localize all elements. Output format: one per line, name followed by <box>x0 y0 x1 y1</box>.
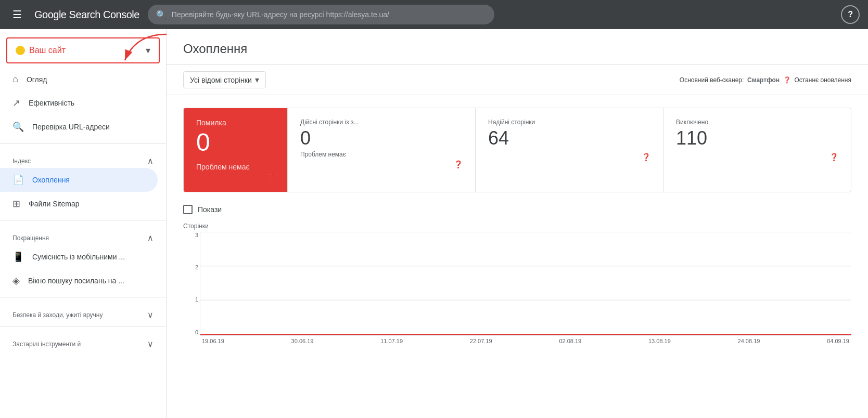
sidebar-item-sitemap-label: Файли Sitemap <box>29 200 80 208</box>
nav-divider-1 <box>0 143 166 143</box>
stat-error-sub: Проблем немає <box>196 163 275 171</box>
page-title: Охоплення <box>183 42 851 56</box>
sidebar-item-mobile[interactable]: 📱 Сумісність із мобільними ... <box>0 245 158 269</box>
sidebar: Ваш сайт ▾ ⌂ Огляд ↗ Ефективність 🔍 Пере… <box>0 29 167 418</box>
sidebar-item-performance[interactable]: ↗ Ефективність <box>0 91 158 115</box>
chart-x-labels: 19.06.19 30.06.19 11.07.19 22.07.19 02.0… <box>200 338 851 344</box>
x-label-5: 13.08.19 <box>648 338 671 344</box>
nav-divider-2 <box>0 220 166 220</box>
stat-excluded-help-icon[interactable]: ❓ <box>829 153 838 161</box>
chart-icon: ↗ <box>12 97 20 109</box>
coverage-icon: 📄 <box>12 174 24 186</box>
topbar: ☰ Google Search Console 🔍 ? <box>0 0 868 29</box>
x-label-1: 30.06.19 <box>291 338 314 344</box>
site-selector[interactable]: Ваш сайт ▾ <box>6 37 160 63</box>
coverage-section: Покази <box>183 205 851 214</box>
stat-card-error[interactable]: Помилка 0 Проблем немає ❓ <box>184 108 288 192</box>
stat-excluded-title: Виключено <box>676 119 838 126</box>
legacy-section-chevron[interactable]: ∨ <box>147 339 154 349</box>
chart-container: 3 2 1 0 <box>200 232 851 336</box>
chart-area: Сторінки 3 2 <box>183 223 851 344</box>
site-favicon <box>16 46 25 55</box>
stat-error-help-icon[interactable]: ❓ <box>266 173 275 181</box>
x-label-2: 11.07.19 <box>380 338 403 344</box>
improvements-section-chevron[interactable]: ∧ <box>147 233 154 243</box>
stat-card-valid[interactable]: Надійні сторінки 64 ❓ <box>476 108 663 192</box>
filter-meta-label: Основний веб-сканер: <box>680 76 744 84</box>
sidebar-item-overview[interactable]: ⌂ Огляд <box>0 68 158 91</box>
app-title: Google Search Console <box>34 9 139 21</box>
chart-y-label: Сторінки <box>183 223 851 230</box>
y-label-3: 3 <box>186 232 198 238</box>
x-label-3: 22.07.19 <box>470 338 492 344</box>
stat-valid-help-icon[interactable]: ❓ <box>642 153 650 161</box>
nav-divider-3 <box>0 297 166 297</box>
index-section-label: Індекс ∧ <box>0 148 166 168</box>
site-name: Ваш сайт <box>29 46 142 55</box>
sidebar-item-search-window-label: Вікно пошуку посилань на ... <box>28 277 124 285</box>
x-label-0: 19.06.19 <box>202 338 224 344</box>
stat-valid-warnings-title: Дійсні сторінки із з... <box>300 119 463 126</box>
stat-valid-warnings-value: 0 <box>300 128 463 149</box>
legacy-section-label: Застарілі інструменти й ∨ <box>0 331 166 351</box>
stat-valid-title: Надійні сторінки <box>488 119 650 126</box>
filter-meta: Основний веб-сканер: Смартфон ❓ Останнє … <box>680 76 851 84</box>
stat-card-valid-warnings[interactable]: Дійсні сторінки із з... 0 Проблем немає … <box>288 108 476 192</box>
x-label-6: 24.08.19 <box>738 338 760 344</box>
filter-bar: Усі відомі сторінки ▾ Основний веб-скане… <box>167 65 868 95</box>
stat-valid-warnings-sub: Проблем немає <box>300 151 463 158</box>
coverage-checkbox[interactable] <box>183 205 193 214</box>
layers-icon: ◈ <box>12 275 20 286</box>
search-icon: 🔍 <box>156 10 167 20</box>
search-small-icon: 🔍 <box>12 121 24 133</box>
home-icon: ⌂ <box>12 74 18 85</box>
filter-meta-value: Смартфон <box>747 76 780 84</box>
main-content: Охоплення Усі відомі сторінки ▾ Основний… <box>167 29 868 418</box>
page-header: Охоплення <box>167 29 868 65</box>
y-label-2: 2 <box>186 264 198 270</box>
security-section-label: Безпека й заходи, ужиті вручну ∨ <box>0 302 166 322</box>
chart-svg <box>200 232 851 335</box>
site-selector-arrow-icon: ▾ <box>146 45 150 56</box>
help-button[interactable]: ? <box>841 5 860 24</box>
index-section-chevron[interactable]: ∧ <box>147 156 154 166</box>
stat-card-excluded[interactable]: Виключено 110 ❓ <box>663 108 851 192</box>
sidebar-item-url-check-label: Перевірка URL-адреси <box>32 123 110 131</box>
search-input[interactable] <box>172 10 486 19</box>
stat-excluded-value: 110 <box>676 128 838 149</box>
stat-error-value: 0 <box>196 129 275 156</box>
layout: Ваш сайт ▾ ⌂ Огляд ↗ Ефективність 🔍 Пере… <box>0 29 868 418</box>
sidebar-item-mobile-label: Сумісність із мобільними ... <box>32 253 125 261</box>
x-label-7: 04.09.19 <box>827 338 849 344</box>
mobile-icon: 📱 <box>12 251 24 263</box>
pages-filter-label: Усі відомі сторінки <box>190 76 252 84</box>
stat-valid-value: 64 <box>488 128 650 149</box>
stat-valid-warnings-help-icon[interactable]: ❓ <box>454 160 463 168</box>
nav-divider-4 <box>0 326 166 326</box>
sidebar-item-performance-label: Ефективність <box>29 99 74 107</box>
y-label-1: 1 <box>186 296 198 303</box>
x-label-4: 02.08.19 <box>559 338 581 344</box>
sidebar-item-url-check[interactable]: 🔍 Перевірка URL-адреси <box>0 115 158 139</box>
sidebar-item-sitemap[interactable]: ⊞ Файли Sitemap <box>0 192 158 216</box>
y-label-0: 0 <box>186 329 198 335</box>
filter-last-updated-label: Останнє оновлення <box>794 76 851 84</box>
stat-error-title: Помилка <box>196 119 275 127</box>
security-section-chevron[interactable]: ∨ <box>147 310 154 320</box>
sidebar-item-coverage[interactable]: 📄 Охоплення <box>0 168 158 192</box>
coverage-checkbox-label: Покази <box>198 205 222 214</box>
menu-icon[interactable]: ☰ <box>8 4 26 25</box>
search-bar[interactable]: 🔍 <box>148 5 494 24</box>
pages-filter-chevron-icon: ▾ <box>255 75 259 85</box>
pages-filter-dropdown[interactable]: Усі відомі сторінки ▾ <box>183 71 266 88</box>
sidebar-item-overview-label: Огляд <box>27 75 47 84</box>
improvements-section-label: Покращення ∧ <box>0 225 166 245</box>
stats-row: Помилка 0 Проблем немає ❓ Дійсні сторінк… <box>183 108 851 192</box>
coverage-checkbox-row: Покази <box>183 205 851 214</box>
sidebar-item-coverage-label: Охоплення <box>32 176 70 184</box>
sitemap-icon: ⊞ <box>12 198 20 210</box>
sidebar-item-search-window[interactable]: ◈ Вікно пошуку посилань на ... <box>0 269 158 293</box>
